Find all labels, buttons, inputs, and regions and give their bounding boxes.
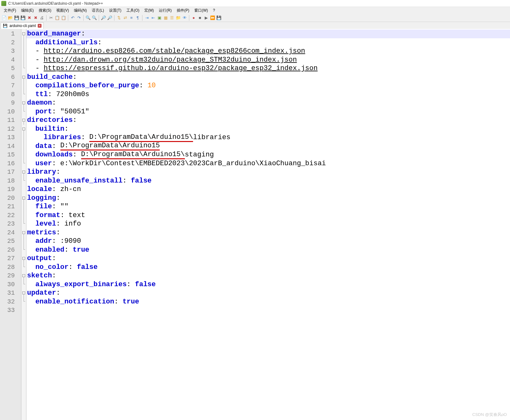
code-line[interactable]: enable_notification: true [26, 297, 510, 306]
outdent-icon[interactable]: ⇤ [150, 15, 156, 21]
func-list-icon[interactable]: ☰ [169, 15, 175, 21]
doc-map-icon[interactable]: ▦ [163, 15, 169, 21]
code-line[interactable]: downloads: D:\ProgramData\Arduino15\stag… [26, 150, 510, 159]
code-line[interactable]: library: [26, 168, 510, 177]
code-line[interactable]: metrics: [26, 228, 510, 237]
code-line[interactable]: user: e:\WorkDir\Contest\EMBEDED2023\202… [26, 159, 510, 168]
code-line[interactable]: ttl: 720h0m0s [26, 90, 510, 99]
code-line[interactable]: - http://dan.drown.org/stm32duino/packag… [26, 56, 510, 64]
menu-macro[interactable]: 宏(M) [142, 7, 156, 14]
fold-minus-icon[interactable]: − [22, 101, 25, 104]
sync-h-icon[interactable]: ⇄ [122, 15, 128, 21]
editor[interactable]: 1234567891011121314151617181920212223242… [0, 29, 510, 420]
fold-minus-icon[interactable]: − [22, 292, 25, 294]
code-line[interactable]: updater: [26, 289, 510, 297]
code-line[interactable]: port: "50051" [26, 107, 510, 116]
replace-icon[interactable]: 🔍 [91, 15, 97, 21]
stop-icon[interactable]: ■ [197, 15, 203, 21]
code-line[interactable]: directories: [26, 116, 510, 125]
play-icon[interactable]: ▶ [203, 15, 209, 21]
code-line[interactable]: output: [26, 254, 510, 263]
fold-minus-icon[interactable]: − [22, 119, 25, 122]
fold-minus-icon[interactable]: − [22, 76, 25, 79]
app-icon [1, 1, 6, 6]
code-line[interactable]: file: "" [26, 202, 510, 211]
fast-icon[interactable]: ⏩ [210, 15, 215, 21]
code-line[interactable] [26, 306, 510, 315]
code-line[interactable]: build_cache: [26, 73, 510, 82]
fold-icon[interactable]: ▣ [157, 15, 162, 21]
code-line[interactable]: daemon: [26, 99, 510, 107]
menu-window[interactable]: 窗口(W) [192, 7, 210, 14]
find-icon[interactable]: 🔍 [85, 15, 91, 21]
close-icon[interactable]: ✖ [26, 15, 32, 21]
save-macro-icon[interactable]: 💾 [216, 15, 222, 21]
keyword: enable_notification [35, 298, 114, 306]
code-area[interactable]: board_manager: additional_urls: - http:/… [26, 29, 510, 420]
sync-v-icon[interactable]: ⇅ [116, 15, 122, 21]
menu-edit[interactable]: 编辑(E) [19, 7, 36, 14]
fold-minus-icon[interactable]: − [22, 128, 25, 130]
code-line[interactable]: compilations_before_purge: 10 [26, 81, 510, 90]
code-line[interactable]: always_export_binaries: false [26, 280, 510, 289]
code-line[interactable]: libraries: D:\ProgramData\Arduino15\libr… [26, 133, 510, 142]
new-file-icon[interactable]: 📄 [1, 15, 7, 21]
menu-encoding[interactable]: 编码(N) [72, 7, 89, 14]
menu-file[interactable]: 文件(F) [2, 7, 18, 14]
code-line[interactable]: locale: zh-cn [26, 185, 510, 194]
fold-minus-icon[interactable]: − [22, 171, 25, 173]
folder-icon[interactable]: 📁 [175, 15, 181, 21]
cut-icon[interactable]: ✂ [48, 15, 54, 21]
print-icon[interactable]: 🖨 [39, 15, 45, 21]
line-number: 7 [0, 81, 21, 90]
fold-minus-icon[interactable]: − [22, 231, 25, 234]
monitor-icon[interactable]: 👁 [182, 15, 187, 21]
fold-minus-icon[interactable]: − [22, 32, 25, 35]
tab-arduino-cli[interactable]: 💾 arduino-cli.yaml ✕ [1, 22, 44, 29]
code-line[interactable]: - http://arduino.esp8266.com/stable/pack… [26, 47, 510, 56]
record-icon[interactable]: ● [191, 15, 197, 21]
code-line[interactable]: builtin: [26, 125, 510, 134]
fold-cell [21, 306, 26, 315]
copy-icon[interactable]: 📋 [54, 15, 60, 21]
code-line[interactable]: no_color: false [26, 263, 510, 272]
code-line[interactable]: - https://espressif.github.io/arduino-es… [26, 64, 510, 73]
save-icon[interactable]: 💾 [14, 15, 19, 21]
menu-plugins[interactable]: 插件(P) [175, 7, 191, 14]
zoom-out-icon[interactable]: 🔎 [107, 15, 113, 21]
code-line[interactable]: addr: :9090 [26, 237, 510, 246]
menu-settings[interactable]: 设置(T) [107, 7, 123, 14]
fold-minus-icon[interactable]: − [22, 257, 25, 260]
menu-run[interactable]: 运行(R) [157, 7, 174, 14]
indent-icon[interactable]: ⇥ [144, 15, 150, 21]
keyword: libraries [44, 134, 81, 141]
code-line[interactable]: logging: [26, 194, 510, 203]
fold-cell: − [21, 30, 26, 38]
menu-language[interactable]: 语言(L) [90, 7, 106, 14]
line-number: 13 [0, 133, 21, 142]
wrap-icon[interactable]: ≡ [129, 15, 134, 21]
close-all-icon[interactable]: ✖ [33, 15, 38, 21]
code-line[interactable]: board_manager: [26, 30, 510, 38]
fold-minus-icon[interactable]: − [22, 274, 25, 277]
code-line[interactable]: sketch: [26, 271, 510, 280]
paste-icon[interactable]: 📋 [61, 15, 66, 21]
code-line[interactable]: level: info [26, 220, 510, 228]
code-line[interactable]: enabled: true [26, 246, 510, 254]
fold-minus-icon[interactable]: − [22, 197, 25, 199]
menu-help[interactable]: ? [211, 8, 217, 13]
code-line[interactable]: additional_urls: [26, 38, 510, 47]
redo-icon[interactable]: ↷ [76, 15, 82, 21]
menu-view[interactable]: 视图(V) [54, 7, 71, 14]
tab-close-icon[interactable]: ✕ [38, 24, 42, 28]
code-line[interactable]: enable_unsafe_install: false [26, 177, 510, 185]
menu-tools[interactable]: 工具(O) [125, 7, 141, 14]
open-file-icon[interactable]: 📂 [8, 15, 13, 21]
menu-search[interactable]: 搜索(S) [37, 7, 53, 14]
code-line[interactable]: data: D:\ProgramData\Arduino15 [26, 142, 510, 151]
show-all-icon[interactable]: ¶ [135, 15, 141, 21]
save-all-icon[interactable]: 💾 [20, 15, 26, 21]
zoom-in-icon[interactable]: 🔎 [101, 15, 106, 21]
undo-icon[interactable]: ↶ [70, 15, 75, 21]
code-line[interactable]: format: text [26, 211, 510, 220]
